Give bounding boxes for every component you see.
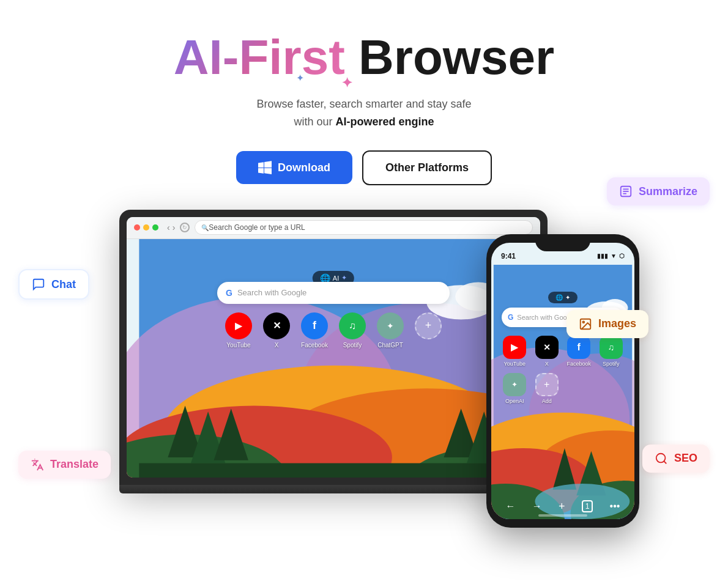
phone-home-indicator [538, 514, 587, 517]
svg-point-6 [656, 453, 666, 462]
svg-point-5 [582, 321, 584, 323]
summarize-bubble: Summarize [607, 177, 710, 205]
phone-screen: 9:41 ▮▮▮ ▼ ⬡ [491, 243, 634, 519]
laptop-app-youtube: ▶ YouTube [225, 312, 252, 349]
laptop-body: ‹ › ↻ 🔍 Search Google or type a URL [119, 210, 548, 485]
star-blue-icon: ✦ [296, 72, 304, 79]
chat-icon [32, 278, 45, 291]
laptop-app-add: + [415, 312, 442, 339]
phone-new-tab-btn: + [559, 500, 565, 513]
title-browser: Browser [345, 30, 554, 84]
chat-bubble: Chat [18, 269, 89, 300]
translate-bubble: Translate [18, 451, 111, 479]
traffic-lights [134, 224, 158, 231]
laptop-app-chatgpt: ✦ ChatGPT [377, 312, 404, 349]
laptop-screen: ‹ › ↻ 🔍 Search Google or type a URL [127, 217, 540, 478]
title-ai-first: AI-First [174, 30, 345, 84]
devices-container: ‹ › ↻ 🔍 Search Google or type a URL [89, 210, 639, 528]
phone-app-x: ✕ X [534, 336, 560, 367]
hero-section: AI-First ✦ Browser ✦ Browse faster, sear… [0, 0, 728, 528]
phone-menu-btn: ••• [610, 501, 620, 512]
svg-rect-21 [139, 463, 527, 477]
images-icon [579, 317, 592, 331]
title-container: AI-First ✦ Browser ✦ [174, 29, 554, 86]
laptop-app-spotify: ♫ Spotify [339, 312, 366, 349]
phone-device: 9:41 ▮▮▮ ▼ ⬡ [486, 234, 639, 528]
laptop-device: ‹ › ↻ 🔍 Search Google or type a URL [119, 210, 548, 503]
laptop-base [119, 485, 548, 493]
phone-back-btn: ← [506, 501, 516, 512]
phone-ai-bar: 🌐 ✦ [548, 292, 578, 303]
laptop-browser-bar: ‹ › ↻ 🔍 Search Google or type a URL [127, 217, 540, 239]
translate-icon [31, 458, 44, 471]
chat-label: Chat [51, 278, 76, 291]
phone-wallpaper: 🌐 ✦ G Search with Google ▶ [491, 265, 634, 519]
seo-bubble: SEO [642, 445, 710, 473]
laptop-wallpaper: 🌐 AI ✦ G Search with Google [127, 239, 540, 478]
phone-notch [535, 234, 590, 251]
windows-icon [258, 161, 272, 174]
phone-forward-btn: → [532, 501, 542, 512]
phone-time: 9:41 [501, 252, 516, 260]
laptop-app-x: ✕ X [263, 312, 290, 349]
main-title: AI-First ✦ Browser [174, 29, 554, 86]
translate-label: Translate [50, 458, 98, 471]
reload-icon: ↻ [180, 223, 190, 232]
star-pink-icon: ✦ [341, 75, 352, 91]
close-dot [134, 224, 140, 231]
nav-arrows: ‹ › [167, 223, 175, 232]
svg-line-7 [664, 461, 666, 463]
laptop-search-bar: G Search with Google [217, 282, 450, 304]
laptop-app-facebook: f Facebook [301, 312, 328, 349]
summarize-icon [619, 185, 633, 198]
phone-app-facebook: f Facebook [566, 336, 592, 367]
seo-icon [655, 452, 668, 465]
download-button[interactable]: Download [236, 151, 352, 184]
phone-tabs-btn: 1 [582, 500, 593, 512]
images-bubble: Images [566, 310, 648, 338]
phone-app-add: + Add [534, 373, 560, 404]
summarize-label: Summarize [639, 185, 697, 198]
images-label: Images [598, 317, 636, 330]
laptop-app-icons: ▶ YouTube ✕ X [225, 312, 442, 349]
phone-status-icons: ▮▮▮ ▼ ⬡ [597, 253, 625, 259]
cta-buttons: Download Other Platforms [236, 150, 492, 185]
phone-app-icons: ▶ YouTube ✕ X f [502, 336, 624, 404]
phone-app-youtube: ▶ YouTube [502, 336, 528, 367]
seo-label: SEO [674, 452, 697, 465]
other-platforms-button[interactable]: Other Platforms [362, 150, 492, 185]
phone-bottom-bar: ← → + 1 ••• [491, 500, 634, 513]
expand-dot [152, 224, 158, 231]
minimize-dot [143, 224, 149, 231]
url-bar: 🔍 Search Google or type a URL [195, 220, 533, 235]
phone-app-openai: ✦ OpenAI [502, 373, 528, 404]
phone-app-spotify: ♫ Spotify [598, 336, 625, 367]
hero-subtitle: Browse faster, search smarter and stay s… [256, 95, 471, 131]
